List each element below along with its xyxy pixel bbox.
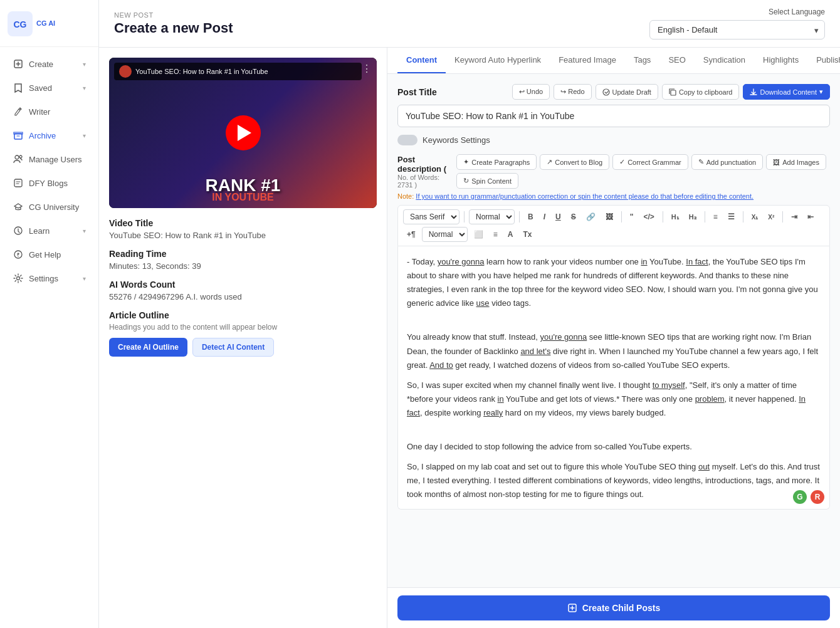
toggle-switch[interactable] (397, 135, 417, 145)
font-size-select[interactable]: Normal (469, 209, 515, 224)
link-button[interactable]: 🔗 (582, 211, 599, 223)
tab-content[interactable]: Content (397, 48, 446, 73)
editor-icon-green[interactable]: G (793, 490, 807, 504)
italic-button[interactable]: I (540, 211, 549, 223)
update-draft-button[interactable]: Update Draft (596, 84, 658, 100)
add-punctuation-button[interactable]: ✎ Add punctuation (691, 154, 764, 170)
play-button[interactable] (226, 115, 261, 150)
language-select[interactable]: English - Default Spanish French German (649, 20, 825, 39)
create-paragraphs-button[interactable]: ✦ Create Paragraphs (456, 154, 537, 170)
h2-button[interactable]: H₂ (685, 211, 700, 223)
detect-ai-content-button[interactable]: Detect AI Content (192, 338, 274, 357)
add-images-button[interactable]: 🖼 Add Images (766, 154, 826, 170)
correct-grammar-button[interactable]: ✓ Correct Grammar (612, 154, 688, 170)
svg-point-5 (19, 155, 22, 158)
saved-icon (13, 82, 24, 93)
clear-format-button[interactable]: Tx (519, 228, 535, 241)
indent-button[interactable]: ⇥ (787, 211, 801, 223)
sidebar-item-manage-users[interactable]: Manage Users (4, 148, 95, 170)
code-button[interactable]: </> (639, 211, 658, 223)
chevron-icon: ▾ (83, 275, 86, 282)
redo-button[interactable]: ↪ Redo (554, 84, 591, 100)
svg-rect-11 (671, 90, 676, 95)
image-button[interactable]: 🖼 (602, 211, 617, 223)
undo-button[interactable]: ↩ Undo (512, 84, 550, 100)
correct-grammar-icon: ✓ (619, 158, 625, 166)
page-header: NEW POST Create a new Post Select Langua… (99, 0, 840, 48)
extra-format-button[interactable]: +¶ (403, 228, 419, 241)
note-link[interactable]: If you want to run grammar/punctuation c… (416, 192, 753, 200)
add-images-icon: 🖼 (773, 159, 780, 166)
download-chevron: ▾ (819, 88, 823, 96)
bold-button[interactable]: B (524, 211, 537, 223)
sidebar-item-settings[interactable]: Settings ▾ (4, 267, 95, 290)
video-title-overlay: YouTube SEO: How to Rank #1 in YouTube (114, 63, 362, 80)
desc-label-block: Post description ( No. of Words: 2731 ) (397, 155, 456, 189)
video-overlay-title: YouTube SEO: How to Rank #1 in YouTube (135, 68, 268, 75)
strikethrough-button[interactable]: S (567, 211, 580, 223)
ai-words-section: AI Words Count 55276 / 4294967296 A.I. w… (109, 280, 377, 301)
archive-icon (13, 130, 24, 141)
sidebar-item-create[interactable]: Create ▾ (4, 53, 95, 75)
settings-icon (13, 273, 24, 284)
quote-button[interactable]: " (626, 211, 638, 223)
superscript-button[interactable]: X² (764, 212, 778, 222)
copy-to-clipboard-button[interactable]: Copy to clipboard (662, 84, 740, 100)
create-icon (13, 58, 24, 70)
tab-publish[interactable]: Publish (807, 48, 840, 73)
editor-body[interactable]: - Today, you're gonna learn how to rank … (397, 246, 830, 510)
title-actions: ↩ Undo ↪ Redo Update Draft Copy to clipb… (512, 84, 830, 100)
spin-content-button[interactable]: ↻ Spin Content (456, 173, 518, 189)
ordered-list-button[interactable]: ☰ (724, 211, 738, 223)
sidebar-item-learn[interactable]: Learn ▾ (4, 219, 95, 242)
sidebar: CG CG AI Create ▾ Saved ▾ Writer Archive… (0, 0, 99, 628)
keywords-toggle[interactable]: Keywords Settings (397, 135, 830, 145)
tab-tags[interactable]: Tags (625, 48, 659, 73)
tab-featured-image[interactable]: Featured Image (550, 48, 625, 73)
convert-to-blog-button[interactable]: ↗ Convert to Blog (540, 154, 609, 170)
sidebar-item-archive[interactable]: Archive ▾ (4, 124, 95, 147)
sidebar-item-get-help[interactable]: Get Help (4, 243, 95, 266)
content-tabs: Content Keyword Auto Hyperlink Featured … (387, 48, 840, 74)
tab-seo[interactable]: SEO (659, 48, 694, 73)
post-title-label: Post Title (397, 87, 437, 97)
keywords-toggle-label: Keywords Settings (423, 135, 490, 145)
chevron-icon: ▾ (83, 61, 86, 68)
video-avatar (119, 65, 132, 78)
language-label: Select Language (769, 8, 825, 16)
align-center-button[interactable]: ≡ (490, 228, 501, 241)
outdent-button[interactable]: ⇤ (804, 211, 817, 223)
video-thumbnail[interactable]: YouTube SEO: How to Rank #1 in YouTube R… (109, 58, 377, 208)
video-menu-icon[interactable]: ⋮ (362, 63, 372, 75)
font-color-button[interactable]: A (504, 228, 517, 241)
rank-sub-text: IN YOUTUBE (109, 192, 377, 203)
sidebar-item-learn-label: Learn (29, 226, 50, 236)
bullet-list-button[interactable]: ≡ (710, 211, 722, 223)
post-title-input[interactable] (397, 105, 830, 127)
sidebar-item-dfy-blogs[interactable]: DFY Blogs (4, 172, 95, 194)
post-content-area: Post Title ↩ Undo ↪ Redo Update Draft Co… (387, 74, 840, 587)
download-content-button[interactable]: Download Content ▾ (743, 84, 830, 100)
underline-button[interactable]: U (552, 211, 565, 223)
copy-icon (669, 88, 676, 96)
align-left-button[interactable]: ⬜ (470, 228, 487, 241)
video-thumb-inner: YouTube SEO: How to Rank #1 in YouTube R… (109, 58, 377, 208)
editor-icon-red[interactable]: R (811, 490, 824, 504)
font-family-select[interactable]: Sans Serif (403, 209, 459, 224)
tab-syndication[interactable]: Syndication (695, 48, 754, 73)
subscript-button[interactable]: X₁ (748, 212, 762, 222)
sidebar-item-saved[interactable]: Saved ▾ (4, 76, 95, 99)
tab-keyword-auto-hyperlink[interactable]: Keyword Auto Hyperlink (446, 48, 550, 73)
update-draft-icon (602, 88, 610, 96)
create-ai-outline-button[interactable]: Create AI Outline (109, 338, 187, 357)
create-child-posts-button[interactable]: Create Child Posts (397, 595, 830, 620)
sidebar-item-writer[interactable]: Writer (4, 100, 95, 123)
svg-point-10 (17, 277, 20, 280)
reading-time-label: Reading Time (109, 249, 377, 259)
alignment-select[interactable]: Normal (422, 227, 468, 242)
writer-icon (13, 106, 24, 117)
page-title: Create a new Post (114, 20, 233, 36)
h1-button[interactable]: H₁ (668, 211, 683, 223)
tab-highlights[interactable]: Highlights (754, 48, 807, 73)
sidebar-item-cg-university[interactable]: CG University (4, 196, 95, 218)
